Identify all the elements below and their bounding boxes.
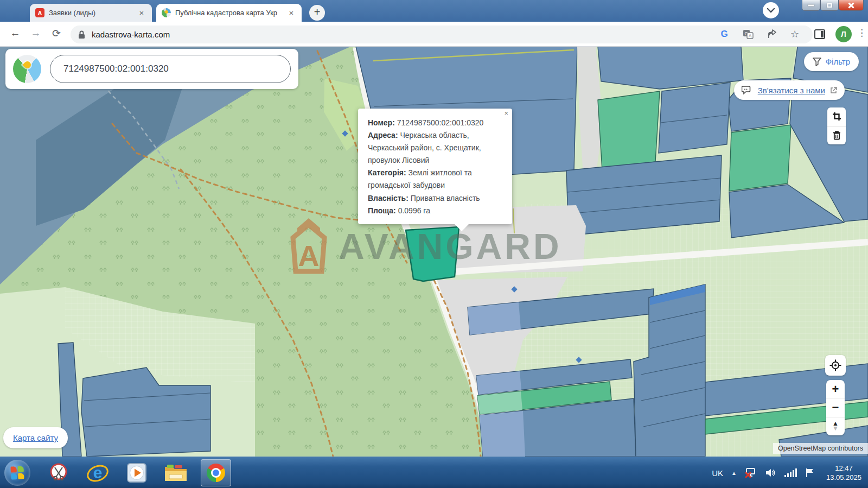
- folder-icon: [164, 462, 188, 483]
- map-search-card: [5, 49, 298, 89]
- locate-me-button[interactable]: [825, 355, 846, 376]
- profile-avatar[interactable]: Л: [835, 26, 852, 42]
- north-arrow-icon: ▲ ▼: [832, 421, 839, 431]
- minimize-button[interactable]: [802, 0, 820, 11]
- google-icon[interactable]: G: [717, 28, 731, 41]
- popup-field-number: Номер: 7124987500:02:001:0320: [368, 117, 502, 129]
- scissors-icon: [48, 462, 69, 483]
- crop-icon: [832, 112, 841, 121]
- popup-field-category: Категорія: Землі житлової та громадської…: [368, 167, 502, 192]
- tab-kadastrova-karta[interactable]: Публічна кадастрова карта Укр ×: [156, 4, 302, 22]
- share-icon[interactable]: [766, 28, 780, 41]
- windows-taskbar: e UK ▲ 12:47 13.05.2025: [0, 457, 868, 488]
- parcel-info-popup: × Номер: 7124987500:02:001:0320 Адреса: …: [358, 109, 512, 224]
- measure-area-button[interactable]: [827, 107, 846, 126]
- sitemap-label: Карта сайту: [13, 433, 58, 442]
- popup-field-ownership: Власність: Приватна власність: [368, 192, 502, 205]
- tab-close-icon[interactable]: ×: [286, 8, 296, 18]
- zoom-controls: + − ▲ ▼: [826, 380, 845, 435]
- chat-icon: [742, 85, 753, 95]
- zoom-in-button[interactable]: +: [826, 380, 845, 398]
- sitemap-link[interactable]: Карта сайту: [3, 427, 68, 448]
- language-indicator[interactable]: UK: [712, 468, 723, 478]
- close-window-button[interactable]: [839, 0, 864, 11]
- system-tray: UK ▲ 12:47 13.05.2025: [712, 457, 868, 488]
- external-link-icon: [830, 87, 837, 94]
- window-controls: [802, 0, 864, 11]
- play-icon: [126, 462, 148, 484]
- svg-text:e: e: [93, 464, 103, 481]
- address-bar[interactable]: kadastrova-karta.com: [71, 26, 813, 43]
- file-explorer-button[interactable]: [164, 461, 188, 485]
- funnel-icon: [813, 58, 821, 66]
- site-logo-icon: [13, 55, 41, 83]
- windows-flag-icon: [10, 466, 24, 479]
- lock-icon: [78, 30, 85, 39]
- tab-strip: A Заявки (лиды) × Публічна кадастрова ка…: [0, 0, 868, 22]
- start-button[interactable]: [4, 460, 30, 486]
- taskbar-clock[interactable]: 12:47 13.05.2025: [823, 464, 861, 482]
- clear-button[interactable]: [827, 126, 846, 145]
- reset-north-button[interactable]: ▲ ▼: [826, 417, 845, 435]
- bookmark-star-icon[interactable]: ☆: [788, 28, 802, 41]
- signal-bars-icon[interactable]: [784, 468, 797, 478]
- browser-toolbar: ← → ⟳ kadastrova-karta.com G GA ☆ Л ⋮: [0, 22, 868, 47]
- popup-close-icon[interactable]: ×: [504, 110, 508, 117]
- reload-button[interactable]: ⟳: [49, 27, 64, 40]
- filter-label: Фільтр: [826, 57, 850, 66]
- tab-title: Заявки (лиды): [49, 9, 132, 17]
- map-attribution: OpenStreetMap contributors: [773, 443, 868, 454]
- url-text: kadastrova-karta.com: [92, 30, 170, 39]
- side-panel-icon[interactable]: [813, 28, 827, 41]
- new-tab-button[interactable]: +: [309, 5, 325, 21]
- avito-favicon-icon: A: [35, 8, 44, 17]
- trash-icon: [833, 131, 841, 140]
- network-status-icon[interactable]: [745, 467, 757, 478]
- popup-field-area: Площа: 0.0996 га: [368, 205, 502, 217]
- chrome-icon: [207, 464, 225, 482]
- target-icon: [829, 359, 841, 371]
- popup-field-address: Адреса: Черкаська область, Черкаський ра…: [368, 129, 502, 167]
- clock-time: 12:47: [826, 464, 861, 473]
- volume-icon[interactable]: [765, 468, 776, 478]
- tab-title: Публічна кадастрова карта Укр: [175, 9, 282, 17]
- chevron-down-icon: [767, 8, 775, 13]
- tab-close-icon[interactable]: ×: [137, 8, 146, 18]
- translate-icon[interactable]: GA: [741, 28, 755, 41]
- tray-expand-icon[interactable]: ▲: [731, 470, 737, 476]
- restore-icon: [827, 3, 832, 8]
- back-button[interactable]: ←: [8, 27, 23, 39]
- contact-label: Зв'язатися з нами: [758, 86, 825, 95]
- kadastr-favicon-icon: [162, 8, 171, 17]
- minimize-icon: [808, 4, 814, 6]
- zoom-out-button[interactable]: −: [826, 398, 845, 416]
- action-center-flag-icon[interactable]: [805, 468, 815, 478]
- internet-explorer-button[interactable]: e: [86, 461, 110, 485]
- cadastral-search-input[interactable]: [50, 55, 291, 83]
- selected-parcel[interactable]: [406, 227, 459, 281]
- svg-text:A: A: [749, 33, 752, 39]
- restore-button[interactable]: [820, 0, 839, 11]
- tab-search-button[interactable]: [763, 2, 779, 18]
- snipping-tool-button[interactable]: [47, 461, 71, 485]
- map-viewport: A AVANGARD Фільтр Зв'язатися з нами + −: [0, 47, 868, 457]
- forward-button[interactable]: →: [28, 27, 43, 39]
- screen: { "browser": { "tabs": [ { "title": "Зая…: [0, 0, 868, 488]
- map-tools-panel: [827, 107, 846, 144]
- media-player-button[interactable]: [125, 461, 149, 485]
- clock-date: 13.05.2025: [826, 473, 861, 482]
- ie-icon: e: [86, 462, 109, 484]
- browser-menu-icon[interactable]: ⋮: [857, 27, 866, 39]
- tab-zayavki[interactable]: A Заявки (лиды) ×: [30, 4, 152, 22]
- filter-button[interactable]: Фільтр: [804, 52, 859, 71]
- chrome-taskbar-button[interactable]: [201, 459, 231, 486]
- contact-link[interactable]: Зв'язатися з нами: [734, 80, 845, 100]
